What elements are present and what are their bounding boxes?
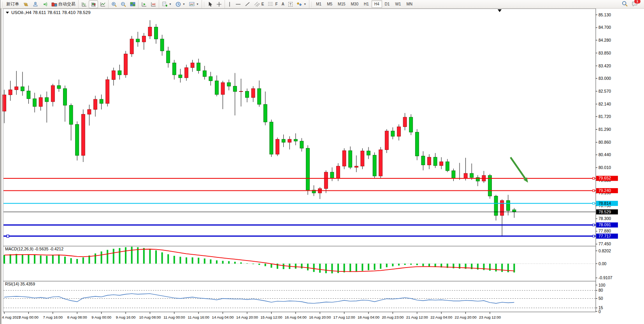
candle-body [373,155,376,176]
candle-body [221,83,225,95]
time-axis-label: 14 Aug 04:00 [212,315,234,319]
price-axis-label: 78.300 [598,216,611,221]
crosshair-tool-button[interactable] [214,0,224,8]
candle-body [342,151,346,166]
trendline-tool-button[interactable] [243,0,252,8]
tile-windows-button[interactable] [128,0,137,8]
text-tool-button[interactable]: A [280,0,286,8]
candle-body [39,97,42,106]
candle-body [282,139,285,143]
add-indicator-button[interactable]: ▼ [160,0,174,8]
timeframe-button-m15[interactable]: M15 [335,0,348,8]
candle-body [33,99,37,106]
time-axis-label: 8 Aug 08:00 [67,315,87,319]
candle-body [142,36,146,42]
candle-body [209,77,212,81]
time-axis-label: 9 Aug 00:00 [91,315,111,319]
rsi-axis-label: 80 [598,288,603,292]
price-axis-label: 80.440 [598,152,611,157]
candle-body [27,91,30,99]
chart-title-text: USOil-,H4 78.611 78.611 78.410 78.529 [11,10,91,15]
candle-body [324,172,328,188]
arrows-tool-button[interactable]: ▼ [295,0,308,8]
price-axis-label: 81.290 [598,127,611,132]
fibo-icon [268,2,274,7]
toolbar-grip-handle[interactable] [311,2,312,7]
hline-handle[interactable] [593,224,595,226]
timeframe-button-m30[interactable]: M30 [348,0,361,8]
candle-body [306,148,310,190]
arrows-icon [297,2,302,7]
candle-body [258,88,261,104]
chart-canvas[interactable]: 85.13084.70084.28083.85083.42083.00082.5… [0,8,644,324]
hline-handle[interactable] [593,235,595,237]
market-watch-button[interactable] [21,0,31,8]
candle-body [63,88,67,105]
notifications-button[interactable]: 1 [632,1,638,7]
rsi-axis-label: 100 [598,283,605,287]
chart-shift-button[interactable] [149,0,158,8]
hline-handle[interactable] [593,177,595,179]
signals-button[interactable] [40,0,49,8]
candle-body [428,157,431,165]
candle-body [172,63,176,75]
hline-handle[interactable] [593,202,595,204]
candle-body [100,99,103,104]
text-label-tool-button-letter: T [288,2,293,7]
dropdown-caret-icon[interactable]: ▼ [169,3,172,5]
candle-body [263,104,267,122]
hline-price-tag-text: 78.091 [598,222,611,227]
timeframe-button-h4[interactable]: H4 [372,0,382,8]
zoom-out-button[interactable] [119,0,128,8]
candle-body [45,97,49,102]
timeframe-button-m5[interactable]: M5 [324,0,335,8]
hline-handle[interactable] [593,190,595,192]
line-chart-icon [100,2,105,7]
equidistant-channel-tool-button[interactable]: E [252,0,266,8]
toolbar-grip-handle[interactable] [203,2,205,7]
candle-body [233,86,237,92]
time-axis-label: 4 Aug 2023 [2,315,21,319]
hline-price-tag-text: 79.240 [598,188,611,193]
search-icon[interactable] [622,1,628,7]
rsi-axis-label: 50 [598,296,603,301]
toolbar-section [202,0,225,8]
dropdown-caret-icon[interactable]: ▼ [304,3,306,5]
timeframe-button-d1[interactable]: D1 [382,0,393,8]
time-axis-label: 7 Aug 16:00 [43,315,63,319]
community-button[interactable] [31,0,40,8]
candle-body [470,173,474,178]
candle-body [185,68,188,78]
time-axis-label: 16 Aug 04:00 [285,315,307,319]
dropdown-caret-icon[interactable]: ▼ [196,3,199,5]
periods-button[interactable]: ▼ [174,0,187,8]
fibonacci-tool-button-letter: F [275,2,277,6]
horizontal-line-tool-button[interactable] [233,0,243,8]
bar-chart-mode-button[interactable] [79,0,89,8]
templates-button[interactable]: ▼ [187,0,201,8]
autotrading-button[interactable]: 自动交易 [49,0,77,8]
timeframe-button-w1[interactable]: W1 [392,0,404,8]
autoscroll-icon [141,2,147,7]
new-order-button[interactable]: 新订单 [4,0,21,8]
candle-body [81,114,85,155]
zoom-in-button[interactable] [109,0,119,8]
vertical-line-tool-button[interactable] [226,0,233,8]
cursor-tool-button[interactable] [206,0,214,8]
text-label-tool-button[interactable]: T [286,0,295,8]
fibonacci-tool-button[interactable]: F [266,0,279,8]
timeframe-button-mn[interactable]: MN [404,0,415,8]
auto-scroll-button[interactable] [139,0,149,8]
dropdown-caret-icon[interactable]: ▼ [182,3,185,5]
line-chart-mode-button[interactable] [98,0,107,8]
candle-body [270,122,273,154]
toolbar-grip-handle[interactable] [2,2,4,7]
chart-shift-icon [151,2,156,7]
toolbar-section [108,0,138,8]
timeframe-button-m1[interactable]: M1 [313,0,324,8]
hline-handle[interactable] [7,235,9,237]
toolbar-section [78,0,108,8]
candle-body [330,172,334,178]
timeframe-button-h1[interactable]: H1 [361,0,372,8]
candlestick-mode-button[interactable] [89,0,98,8]
